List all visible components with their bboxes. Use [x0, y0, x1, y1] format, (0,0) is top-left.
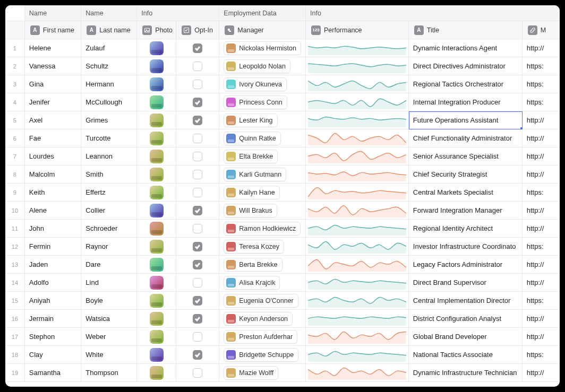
- cell-url[interactable]: http://: [523, 165, 560, 184]
- table-row[interactable]: 6FaeTurcotte Quinn Ratke Chief Functiona…: [5, 129, 560, 147]
- manager-chip[interactable]: Nickolas Hermiston: [224, 41, 301, 55]
- cell-last-name[interactable]: Lind: [81, 274, 137, 292]
- column-header-last-name[interactable]: ALast name: [81, 21, 137, 39]
- cell-performance[interactable]: [306, 129, 409, 147]
- photo-thumbnail[interactable]: [150, 204, 164, 217]
- table-row[interactable]: 2VanessaSchultz Leopoldo Nolan Direct Di…: [5, 57, 560, 75]
- cell-performance[interactable]: [306, 364, 409, 382]
- cell-url[interactable]: http://: [523, 147, 560, 165]
- cell-optin[interactable]: [176, 39, 219, 57]
- optin-checkbox[interactable]: [193, 296, 202, 306]
- cell-first-name[interactable]: Aniyah: [25, 292, 81, 310]
- manager-chip[interactable]: Karli Gutmann: [224, 168, 286, 181]
- cell-url[interactable]: https:: [523, 292, 560, 310]
- cell-first-name[interactable]: Lourdes: [25, 147, 81, 165]
- cell-last-name[interactable]: Watsica: [81, 310, 137, 328]
- cell-optin[interactable]: [176, 129, 219, 147]
- cell-title[interactable]: Future Operations Assistant: [409, 111, 523, 129]
- optin-checkbox[interactable]: [193, 62, 202, 71]
- cell-manager[interactable]: Bridgette Schuppe: [219, 346, 306, 364]
- manager-chip[interactable]: Ivory Okuneva: [224, 77, 287, 91]
- optin-checkbox[interactable]: [193, 368, 202, 378]
- cell-optin[interactable]: [176, 256, 219, 274]
- cell-last-name[interactable]: Hermann: [81, 75, 137, 93]
- cell-manager[interactable]: Mazie Wolff: [219, 364, 306, 382]
- table-row[interactable]: 16JermainWatsica Keyon Anderson District…: [5, 310, 560, 328]
- cell-title[interactable]: Regional Identity Architect: [409, 220, 523, 238]
- manager-chip[interactable]: Bridgette Schuppe: [224, 348, 298, 362]
- cell-first-name[interactable]: Jermain: [25, 310, 81, 328]
- optin-checkbox[interactable]: [193, 116, 202, 125]
- photo-thumbnail[interactable]: [150, 240, 164, 254]
- cell-optin[interactable]: [176, 111, 219, 129]
- cell-last-name[interactable]: Effertz: [81, 184, 137, 202]
- cell-last-name[interactable]: Turcotte: [81, 129, 137, 147]
- photo-thumbnail[interactable]: [150, 95, 164, 109]
- table-row[interactable]: 14AdolfoLind Alisa Krajcik Direct Brand …: [5, 274, 560, 292]
- cell-optin[interactable]: [176, 184, 219, 202]
- cell-url[interactable]: http://: [523, 129, 560, 147]
- table-row[interactable]: 9KeithEffertz Kailyn Hane Central Market…: [5, 184, 560, 202]
- column-header-title[interactable]: ATitle: [409, 21, 523, 39]
- cell-url[interactable]: https:: [523, 75, 560, 93]
- cell-photo[interactable]: [137, 364, 176, 382]
- cell-manager[interactable]: Leopoldo Nolan: [219, 57, 306, 75]
- cell-first-name[interactable]: Fermin: [25, 238, 81, 256]
- manager-chip[interactable]: Leopoldo Nolan: [224, 59, 290, 73]
- cell-title[interactable]: Chief Security Strategist: [409, 165, 523, 184]
- cell-optin[interactable]: [176, 75, 219, 93]
- cell-last-name[interactable]: Weber: [81, 328, 137, 346]
- cell-last-name[interactable]: White: [81, 346, 137, 364]
- cell-optin[interactable]: [176, 238, 219, 256]
- cell-performance[interactable]: [306, 184, 409, 202]
- cell-first-name[interactable]: Adolfo: [25, 274, 81, 292]
- photo-thumbnail[interactable]: [150, 41, 164, 55]
- manager-chip[interactable]: Alisa Krajcik: [224, 276, 280, 290]
- cell-performance[interactable]: [306, 165, 409, 184]
- cell-first-name[interactable]: Alene: [25, 202, 81, 220]
- column-header-first-name[interactable]: AFirst name: [25, 21, 81, 39]
- cell-last-name[interactable]: Dare: [81, 256, 137, 274]
- cell-optin[interactable]: [176, 328, 219, 346]
- cell-performance[interactable]: [306, 93, 409, 111]
- cell-optin[interactable]: [176, 310, 219, 328]
- optin-checkbox[interactable]: [193, 43, 202, 53]
- manager-chip[interactable]: Preston Aufderhar: [224, 330, 297, 344]
- cell-performance[interactable]: [306, 274, 409, 292]
- cell-first-name[interactable]: Vanessa: [25, 57, 81, 75]
- cell-title[interactable]: Internal Integration Producer: [409, 93, 523, 111]
- column-header-optin[interactable]: Opt-In: [176, 21, 219, 39]
- cell-first-name[interactable]: Fae: [25, 129, 81, 147]
- cell-title[interactable]: Central Implementation Director: [409, 292, 523, 310]
- photo-thumbnail[interactable]: [150, 258, 164, 272]
- cell-url[interactable]: http://: [523, 274, 560, 292]
- cell-last-name[interactable]: Collier: [81, 202, 137, 220]
- table-row[interactable]: 13JadenDare Berta Brekke Legacy Factors …: [5, 256, 560, 274]
- manager-chip[interactable]: Elta Brekke: [224, 150, 278, 163]
- cell-performance[interactable]: [306, 346, 409, 364]
- cell-optin[interactable]: [176, 220, 219, 238]
- manager-chip[interactable]: Quinn Ratke: [224, 132, 280, 145]
- cell-first-name[interactable]: Helene: [25, 39, 81, 57]
- cell-title[interactable]: Chief Functionality Administrator: [409, 129, 523, 147]
- optin-checkbox[interactable]: [193, 350, 202, 360]
- cell-photo[interactable]: [137, 147, 176, 165]
- cell-optin[interactable]: [176, 274, 219, 292]
- cell-photo[interactable]: [137, 328, 176, 346]
- column-header-photo[interactable]: Photo: [137, 21, 176, 39]
- cell-first-name[interactable]: Clay: [25, 346, 81, 364]
- cell-performance[interactable]: [306, 75, 409, 93]
- cell-first-name[interactable]: Gina: [25, 75, 81, 93]
- cell-photo[interactable]: [137, 238, 176, 256]
- photo-thumbnail[interactable]: [150, 312, 164, 326]
- cell-last-name[interactable]: Thompson: [81, 364, 137, 382]
- manager-chip[interactable]: Berta Brekke: [224, 258, 282, 272]
- cell-url[interactable]: https:: [523, 238, 560, 256]
- cell-photo[interactable]: [137, 310, 176, 328]
- cell-optin[interactable]: [176, 292, 219, 310]
- photo-thumbnail[interactable]: [150, 348, 164, 362]
- cell-url[interactable]: http://: [523, 202, 560, 220]
- manager-chip[interactable]: Eugenia O'Conner: [224, 294, 298, 308]
- cell-manager[interactable]: Elta Brekke: [219, 147, 306, 165]
- photo-thumbnail[interactable]: [150, 294, 164, 308]
